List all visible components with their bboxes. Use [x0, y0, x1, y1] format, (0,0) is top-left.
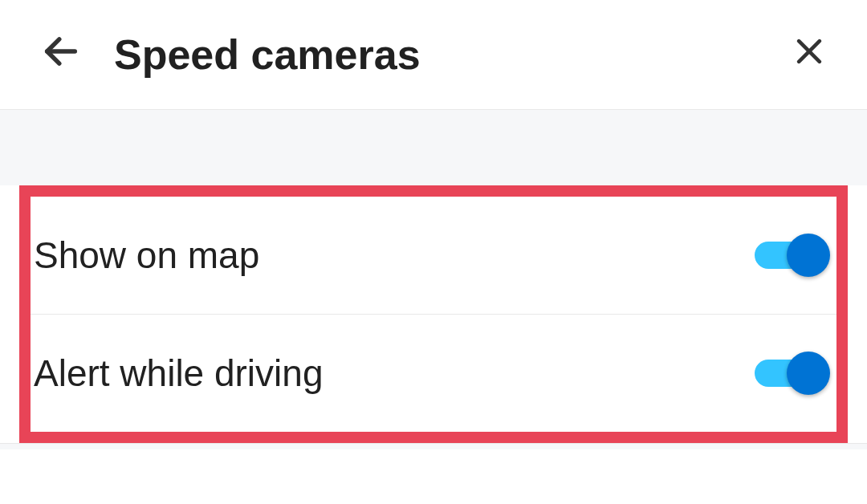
close-icon[interactable] [792, 34, 827, 75]
setting-row-show-on-map[interactable]: Show on map [31, 197, 836, 315]
header: Speed cameras [0, 0, 867, 109]
settings-highlight-box: Show on map Alert while driving [19, 185, 848, 443]
setting-label: Show on map [34, 234, 259, 277]
bottom-divider [0, 443, 867, 449]
toggle-thumb [787, 234, 830, 277]
back-arrow-icon[interactable] [40, 30, 82, 79]
toggle-show-on-map[interactable] [755, 234, 832, 277]
toggle-thumb [787, 352, 830, 395]
page-title: Speed cameras [114, 30, 421, 79]
setting-label: Alert while driving [34, 352, 323, 395]
header-separator [0, 109, 867, 185]
setting-row-alert-while-driving[interactable]: Alert while driving [31, 315, 836, 432]
toggle-alert-while-driving[interactable] [755, 352, 832, 395]
